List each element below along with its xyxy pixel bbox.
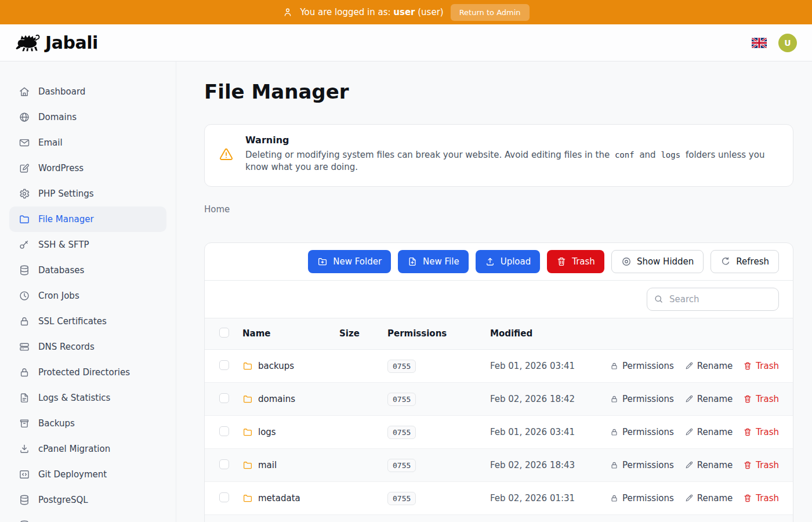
pencil-icon	[684, 361, 694, 371]
rename-action[interactable]: Rename	[684, 361, 733, 371]
sidebar-item-email[interactable]: Email	[9, 130, 166, 155]
sidebar: DashboardDomainsEmailWordPressPHP Settin…	[0, 61, 176, 522]
show-hidden-button[interactable]: Show Hidden	[611, 250, 704, 273]
file-size	[339, 416, 387, 449]
new-folder-button[interactable]: New Folder	[308, 250, 391, 273]
lock-icon	[19, 367, 30, 378]
file-name-link[interactable]: backups	[242, 361, 339, 371]
lock-icon	[610, 361, 619, 371]
return-to-admin-button[interactable]: Return to Admin	[451, 4, 530, 21]
file-name-link[interactable]: metadata	[242, 493, 339, 503]
page-title: File Manager	[204, 80, 793, 103]
select-all-checkbox[interactable]	[219, 328, 229, 338]
modified-date: Feb 02, 2026 18:42	[490, 383, 619, 416]
sidebar-item-backups[interactable]: Backups	[9, 411, 166, 436]
pencil-icon	[684, 427, 694, 437]
brand-logo[interactable]: Jabali	[15, 32, 98, 54]
sidebar-item-file-manager[interactable]: File Manager	[9, 206, 166, 232]
upload-button[interactable]: Upload	[476, 250, 541, 273]
sidebar-item-ssh-sftp[interactable]: SSH & SFTP	[9, 232, 166, 258]
sidebar-item-label: cPanel Migration	[38, 444, 110, 454]
sidebar-item-logs-statistics[interactable]: Logs & Statistics	[9, 385, 166, 411]
file-size	[339, 350, 387, 383]
trash-icon	[743, 427, 752, 437]
trash-action[interactable]: Trash	[743, 427, 779, 437]
folder-icon	[242, 493, 253, 503]
sidebar-item-cron-jobs[interactable]: Cron Jobs	[9, 283, 166, 309]
lock-icon	[610, 427, 619, 437]
upload-icon	[485, 256, 495, 267]
trash-action[interactable]: Trash	[743, 361, 779, 371]
sidebar-item-dns-records[interactable]: DNS Records	[9, 334, 166, 360]
sidebar-item-git-deployment[interactable]: Git Deployment	[9, 462, 166, 487]
rename-action[interactable]: Rename	[684, 460, 733, 470]
logged-in-username: user	[393, 7, 415, 17]
rename-action[interactable]: Rename	[684, 394, 733, 404]
breadcrumb-home-link[interactable]: Home	[204, 204, 230, 215]
file-name: logs	[258, 427, 276, 437]
permissions-action[interactable]: Permissions	[610, 493, 674, 503]
sidebar-item-php-settings[interactable]: PHP Settings	[9, 181, 166, 206]
permissions-badge: 0755	[387, 492, 416, 505]
sidebar-item-label: Backups	[38, 418, 75, 429]
warning-title: Warning	[245, 135, 779, 146]
globe-icon	[19, 111, 30, 123]
sidebar-item-databases[interactable]: Databases	[9, 258, 166, 283]
row-checkbox[interactable]	[219, 492, 229, 502]
language-flag-icon[interactable]	[752, 38, 767, 48]
trash-icon	[743, 494, 752, 503]
sidebar-item-domains[interactable]: Domains	[9, 104, 166, 130]
new-file-button[interactable]: New File	[398, 250, 469, 273]
lock-icon	[610, 494, 619, 503]
permissions-action[interactable]: Permissions	[610, 394, 674, 404]
sidebar-item-ssl-certificates[interactable]: SSL Certificates	[9, 309, 166, 334]
file-name: metadata	[258, 493, 300, 503]
sidebar-item-partial[interactable]	[9, 513, 166, 522]
row-checkbox[interactable]	[219, 360, 229, 370]
trash-action[interactable]: Trash	[743, 394, 779, 404]
sidebar-item-label: Logs & Statistics	[38, 393, 110, 403]
permissions-action[interactable]: Permissions	[610, 361, 674, 371]
logged-in-text: You are logged in as: user (user)	[300, 7, 443, 17]
modified-date	[490, 515, 619, 522]
trash-icon	[556, 256, 567, 267]
folder-icon	[242, 427, 253, 437]
breadcrumb: Home	[204, 204, 793, 215]
inline-code-logs: logs	[658, 150, 683, 160]
row-checkbox[interactable]	[219, 426, 229, 436]
trash-action[interactable]: Trash	[743, 493, 779, 503]
file-size	[339, 383, 387, 416]
permissions-badge: 0755	[387, 426, 416, 439]
sidebar-item-label: PHP Settings	[38, 188, 94, 199]
file-name-link[interactable]: mail	[242, 460, 339, 470]
sidebar-item-postgresql[interactable]: PostgreSQL	[9, 487, 166, 513]
row-checkbox[interactable]	[219, 393, 229, 403]
permissions-action[interactable]: Permissions	[610, 460, 674, 470]
row-checkbox[interactable]	[219, 459, 229, 469]
search-input[interactable]	[647, 288, 779, 311]
sidebar-item-label: Dashboard	[38, 86, 85, 97]
folder-icon	[19, 213, 30, 225]
rename-action[interactable]: Rename	[684, 493, 733, 503]
pencil-icon	[684, 394, 694, 404]
sidebar-item-label: WordPress	[38, 163, 84, 173]
trash-button[interactable]: Trash	[547, 250, 604, 273]
box-icon	[19, 418, 30, 429]
pencil-icon	[684, 461, 694, 470]
trash-action[interactable]: Trash	[743, 460, 779, 470]
sidebar-item-dashboard[interactable]: Dashboard	[9, 79, 166, 104]
permissions-action[interactable]: Permissions	[610, 427, 674, 437]
download-icon	[19, 443, 30, 455]
sidebar-item-protected-directories[interactable]: Protected Directories	[9, 360, 166, 385]
refresh-button[interactable]: Refresh	[710, 250, 779, 273]
rename-action[interactable]: Rename	[684, 427, 733, 437]
sidebar-item-cpanel-migration[interactable]: cPanel Migration	[9, 436, 166, 462]
sidebar-item-label: Git Deployment	[38, 469, 107, 480]
file-name-link[interactable]: logs	[242, 427, 339, 437]
file-name-link[interactable]: domains	[242, 394, 339, 404]
trash-icon	[743, 461, 752, 470]
sidebar-item-wordpress[interactable]: WordPress	[9, 155, 166, 181]
refresh-icon	[720, 256, 731, 267]
user-avatar[interactable]: U	[778, 34, 797, 52]
column-header-modified: Modified	[490, 318, 619, 350]
